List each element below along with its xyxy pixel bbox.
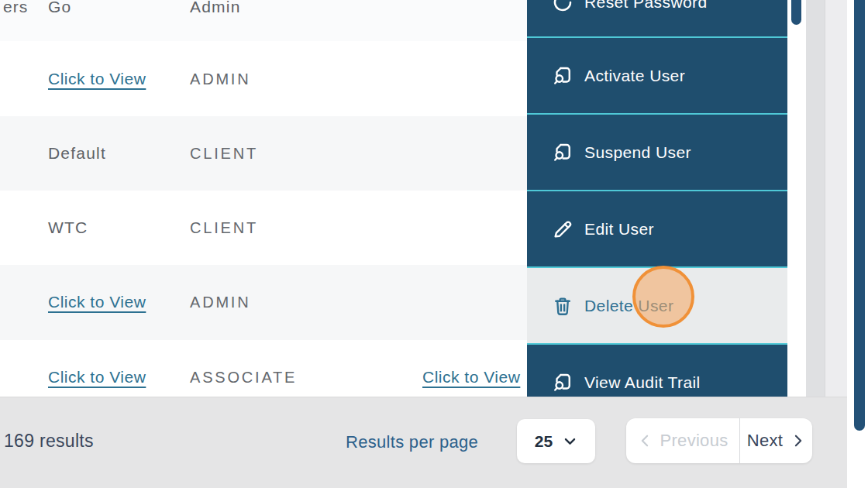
previous-button[interactable]: Previous	[626, 418, 740, 463]
click-to-view-link[interactable]: Click to View	[422, 368, 520, 387]
click-to-view-link[interactable]: Click to View	[48, 70, 146, 88]
results-count: 169 results	[4, 431, 94, 452]
previous-label: Previous	[660, 431, 728, 451]
file-search-icon	[550, 140, 575, 165]
file-search-icon	[550, 64, 575, 88]
name-cell: WTC	[48, 218, 88, 237]
role-cell: ASSOCIATE	[190, 369, 297, 387]
role-cell: CLIENT	[190, 145, 258, 163]
name-cell: Go	[48, 0, 71, 16]
page-size-value: 25	[535, 432, 553, 451]
page-gutter	[825, 0, 847, 397]
trash-icon	[550, 294, 575, 318]
click-indicator	[632, 266, 694, 328]
table-scroll-track	[806, 0, 825, 397]
next-label: Next	[747, 431, 783, 451]
pencil-icon	[550, 217, 575, 242]
menu-item-label: Edit User	[584, 220, 654, 239]
chevron-left-icon	[638, 433, 653, 448]
menu-scrollbar-track	[787, 0, 806, 397]
menu-item-label: View Audit Trail	[584, 373, 701, 392]
click-to-view-link[interactable]: Click to View	[48, 368, 146, 387]
menu-scrollbar-thumb[interactable]	[791, 0, 801, 25]
menu-item-label: Activate User	[584, 67, 685, 85]
role-cell: Admin	[190, 0, 241, 16]
results-per-page-label: Results per page	[346, 432, 478, 452]
menu-item-activate-user[interactable]: Activate User	[527, 36, 787, 113]
page-size-select[interactable]: 25	[517, 419, 595, 463]
name-cell: Default	[48, 144, 106, 163]
pager: Previous Next	[626, 418, 812, 463]
menu-item-label: Reset Password	[584, 0, 708, 12]
role-cell: CLIENT	[190, 219, 258, 237]
role-cell: ADMIN	[190, 70, 250, 88]
next-button[interactable]: Next	[740, 418, 812, 463]
page-scrollbar-track	[847, 0, 868, 488]
column-fragment: ers	[3, 0, 28, 16]
click-to-view-link[interactable]: Click to View	[48, 293, 146, 311]
menu-item-label: Suspend User	[584, 143, 691, 162]
menu-item-reset-password[interactable]: Reset Password	[527, 0, 787, 36]
reset-icon	[550, 0, 575, 15]
file-search-icon	[550, 370, 575, 395]
menu-item-suspend-user[interactable]: Suspend User	[527, 113, 787, 190]
role-cell: ADMIN	[190, 294, 250, 311]
menu-item-edit-user[interactable]: Edit User	[527, 190, 787, 266]
chevron-down-icon	[563, 434, 577, 448]
chevron-right-icon	[790, 433, 805, 448]
actions-menu: Reset Password Activate User	[527, 0, 787, 420]
page-scrollbar-thumb[interactable]	[854, 0, 865, 431]
user-management-screen: ers Go Admin Click to View ADMIN Default…	[0, 0, 868, 488]
